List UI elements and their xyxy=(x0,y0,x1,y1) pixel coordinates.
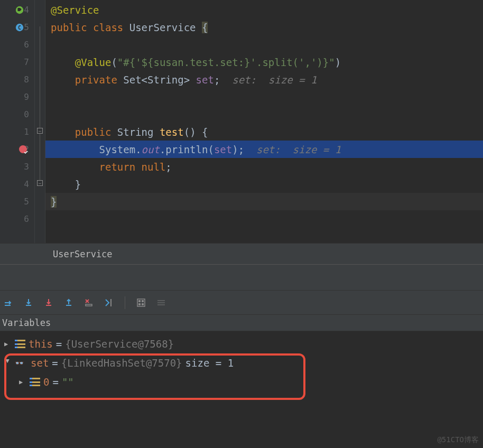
line-number: 3 xyxy=(24,162,29,172)
line-number: 6 xyxy=(24,214,29,224)
line-number: 5 xyxy=(24,197,29,207)
variable-row[interactable]: ▶ 👓 set = {LinkedHashSet@7570} size = 1 xyxy=(4,353,483,372)
step-over-icon[interactable] xyxy=(3,297,14,308)
expand-arrow-icon[interactable]: ▶ xyxy=(19,378,26,386)
line-number: 4 xyxy=(24,179,29,189)
breadcrumb-item[interactable]: UserService xyxy=(53,249,113,259)
toolbar-separator xyxy=(125,296,125,309)
code-line: @Value("#{'${susan.test.set:}'.split(','… xyxy=(45,53,483,71)
code-line: public class UserService { xyxy=(45,18,483,36)
line-number: 4 xyxy=(24,5,29,15)
drop-frame-icon[interactable] xyxy=(83,297,94,308)
variables-panel-header[interactable]: Variables xyxy=(0,314,483,331)
svg-rect-6 xyxy=(66,305,71,306)
line-number: 9 xyxy=(24,92,29,102)
code-line xyxy=(45,88,483,106)
trace-current-stream-icon[interactable] xyxy=(156,297,166,308)
code-line-current-execution: System.out.println(set); set: size = 1 xyxy=(45,141,483,158)
code-line xyxy=(45,106,483,123)
breakpoint-icon[interactable] xyxy=(19,145,27,153)
evaluate-expression-icon[interactable] xyxy=(136,297,146,308)
debug-toolbar xyxy=(0,291,483,314)
spring-bean-icon[interactable] xyxy=(15,5,24,15)
code-line: } xyxy=(45,175,483,193)
code-line: return null; xyxy=(45,158,483,175)
code-editor[interactable]: 4 5 C 6 7 8 9 0 1 2 3 4 5 6 − − xyxy=(0,0,483,243)
code-content[interactable]: @Service public class UserService { @Val… xyxy=(45,0,483,243)
line-number: 8 xyxy=(24,74,29,85)
variable-row[interactable]: ▶ 0 = "" xyxy=(4,372,483,391)
code-line: private Set<String> set; set: size = 1 xyxy=(45,71,483,88)
fold-gutter: − − xyxy=(35,0,45,243)
line-number: 6 xyxy=(24,40,29,50)
class-icon[interactable]: C xyxy=(15,23,24,32)
variables-title: Variables xyxy=(2,318,51,328)
fold-collapse-icon[interactable]: − xyxy=(37,128,43,134)
breadcrumb[interactable]: UserService xyxy=(0,243,483,264)
code-line: @Service xyxy=(45,1,483,18)
svg-rect-12 xyxy=(138,303,141,305)
line-number: 7 xyxy=(24,57,29,67)
svg-rect-8 xyxy=(110,299,112,306)
svg-rect-7 xyxy=(86,304,92,306)
svg-text:C: C xyxy=(18,24,21,30)
svg-rect-4 xyxy=(26,305,31,306)
watermark: @51CTO博客 xyxy=(437,435,479,445)
svg-rect-13 xyxy=(142,303,144,305)
svg-rect-15 xyxy=(157,302,165,303)
svg-rect-11 xyxy=(142,300,144,302)
expand-arrow-icon[interactable]: ▶ xyxy=(4,340,12,348)
step-into-icon[interactable] xyxy=(23,297,34,308)
code-line: public String test() { xyxy=(45,123,483,141)
code-line xyxy=(45,36,483,53)
variables-panel[interactable]: ▶ this = {UserService@7568} ▶ 👓 set = {L… xyxy=(0,331,483,447)
code-line xyxy=(45,210,483,228)
force-step-into-icon[interactable] xyxy=(43,297,54,308)
line-number: 0 xyxy=(24,109,29,119)
line-number: 1 xyxy=(24,127,29,137)
svg-rect-3 xyxy=(5,305,11,306)
line-number: 5 xyxy=(24,22,29,32)
svg-rect-16 xyxy=(157,304,165,305)
svg-rect-14 xyxy=(157,300,165,301)
run-to-cursor-icon[interactable] xyxy=(104,297,114,308)
step-out-icon[interactable] xyxy=(63,297,74,308)
panel-divider[interactable] xyxy=(0,264,483,291)
code-line: } xyxy=(45,193,483,210)
fold-end-icon[interactable]: − xyxy=(37,180,43,186)
watch-icon: 👓 xyxy=(15,359,27,367)
object-icon xyxy=(15,340,25,348)
object-icon xyxy=(30,378,40,386)
svg-rect-10 xyxy=(138,300,141,302)
variable-row[interactable]: ▶ this = {UserService@7568} xyxy=(4,334,483,353)
line-gutter: 4 5 C 6 7 8 9 0 1 2 3 4 5 6 xyxy=(0,0,35,243)
expand-arrow-icon[interactable]: ▶ xyxy=(4,359,12,367)
svg-rect-5 xyxy=(46,305,51,306)
